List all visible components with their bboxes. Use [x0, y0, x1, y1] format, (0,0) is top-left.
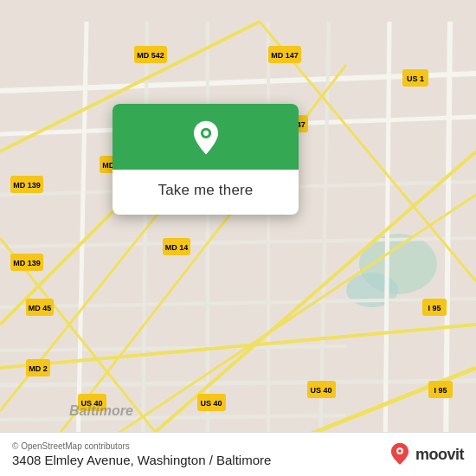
- map-container: MD 542 MD 147 US 1 MD 139 MD 542 MD 147 …: [0, 0, 476, 476]
- address-text: 3408 Elmley Avenue, Washington / Baltimo…: [12, 453, 271, 467]
- moovit-brand-text: moovit: [415, 446, 464, 464]
- svg-text:MD 147: MD 147: [271, 51, 299, 60]
- svg-text:MD 14: MD 14: [165, 243, 189, 252]
- take-me-there-button[interactable]: Take me there: [158, 178, 254, 203]
- svg-point-62: [398, 449, 402, 453]
- svg-text:MD 2: MD 2: [29, 364, 48, 373]
- moovit-logo: moovit: [388, 442, 464, 466]
- popup-card: Take me there: [113, 104, 299, 215]
- bottom-left-info: © OpenStreetMap contributors 3408 Elmley…: [12, 441, 271, 467]
- svg-text:US 40: US 40: [310, 386, 331, 395]
- svg-text:Baltimore: Baltimore: [69, 403, 133, 418]
- svg-point-60: [203, 131, 208, 136]
- svg-text:US 40: US 40: [200, 399, 222, 408]
- popup-button-area: Take me there: [113, 170, 299, 215]
- moovit-logo-icon: [388, 442, 412, 466]
- svg-text:MD 45: MD 45: [29, 304, 52, 312]
- svg-text:I 95: I 95: [434, 386, 447, 395]
- svg-text:MD 542: MD 542: [137, 51, 164, 60]
- location-pin-icon: [187, 119, 225, 158]
- svg-text:MD 139: MD 139: [13, 259, 41, 267]
- copyright-text: © OpenStreetMap contributors: [12, 441, 271, 451]
- svg-text:MD 139: MD 139: [13, 181, 41, 190]
- map-background: MD 542 MD 147 US 1 MD 139 MD 542 MD 147 …: [0, 0, 476, 476]
- svg-text:I 95: I 95: [428, 304, 441, 312]
- popup-header: [113, 104, 299, 170]
- svg-text:US 1: US 1: [407, 74, 424, 83]
- bottom-bar: © OpenStreetMap contributors 3408 Elmley…: [0, 432, 476, 476]
